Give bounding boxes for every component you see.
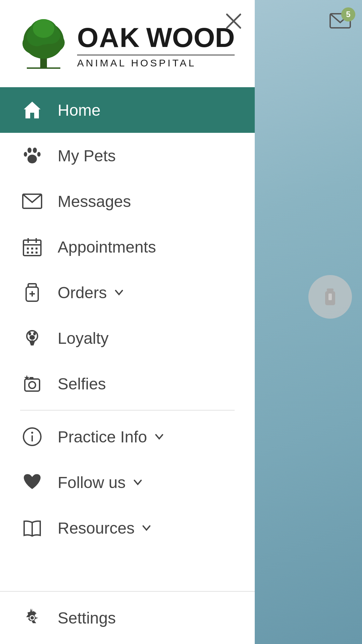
sidebar-item-home-label: Home [58,101,101,119]
svg-rect-30 [31,252,33,254]
close-button[interactable] [222,9,245,33]
svg-rect-28 [36,248,38,250]
sidebar-item-messages[interactable]: Messages [0,178,255,224]
svg-rect-29 [27,252,29,254]
calendar-icon [20,235,44,259]
follow-us-chevron [132,477,143,488]
svg-point-16 [27,148,32,153]
book-icon [20,516,44,540]
sidebar-item-resources[interactable]: Resources [0,505,255,551]
logo-text: OAK WOOD ANIMAL HOSPITAL [77,22,235,69]
sidebar-item-resources-label: Resources [58,519,134,537]
home-icon [20,98,44,122]
svg-point-14 [33,19,54,38]
practice-info-chevron [154,431,165,442]
logo-oak: OAK [77,24,140,51]
bottle-icon [20,280,44,305]
notification-area: 5 [255,0,362,40]
nav-menu: Home My Pets [0,87,255,591]
envelope-icon [20,189,44,213]
sidebar-settings-label: Settings [58,609,116,627]
svg-rect-31 [36,252,38,254]
sidebar-item-my-pets[interactable]: My Pets [0,133,255,178]
svg-marker-15 [24,102,41,118]
mail-icon-wrapper[interactable]: 5 [325,7,355,34]
logo-animal-hospital: ANIMAL HOSPITAL [77,55,235,69]
sidebar-item-messages-label: Messages [58,192,131,211]
sidebar-item-orders[interactable]: Orders [0,270,255,315]
resources-chevron [141,523,152,533]
logo-tree-icon [17,18,70,72]
svg-rect-3 [328,293,332,300]
svg-rect-42 [25,379,40,391]
sidebar-item-home[interactable]: Home [0,87,255,133]
svg-rect-44 [29,377,34,380]
svg-point-20 [27,155,37,163]
svg-point-37 [28,332,31,335]
sidebar-item-follow-us-label: Follow us [58,473,126,492]
svg-point-39 [29,335,35,340]
logo-wood: WOOD [146,22,235,53]
svg-point-17 [33,148,37,153]
sidebar-item-orders-label: Orders [58,283,107,302]
sidebar-item-loyalty[interactable]: Loyalty [0,315,255,361]
camera-icon [20,372,44,396]
sidebar-item-selfies-label: Selfies [58,375,106,393]
svg-point-18 [24,152,27,157]
bottle-bg-icon [320,287,340,307]
svg-point-43 [29,382,36,388]
paw-icon [20,144,44,168]
sidebar-item-practice-info[interactable]: Practice Info [0,414,255,460]
bg-circle-element [308,275,352,319]
svg-rect-27 [31,248,33,250]
gear-icon [20,606,44,630]
svg-rect-1 [327,288,334,291]
orders-chevron [114,287,124,298]
svg-point-47 [31,432,33,434]
sidebar-item-appointments-label: Appointments [58,238,156,256]
sidebar-item-follow-us[interactable]: Follow us [0,460,255,505]
notification-badge: 5 [341,7,355,21]
sidebar-item-practice-info-label: Practice Info [58,428,147,446]
sidebar-item-selfies[interactable]: Selfies [0,361,255,407]
svg-point-51 [31,616,34,620]
info-icon [20,425,44,449]
sidebar-item-settings[interactable]: Settings [0,591,255,644]
svg-point-19 [37,152,41,157]
nav-divider [20,410,235,411]
logo-area: OAK WOOD ANIMAL HOSPITAL [0,0,255,87]
loyalty-icon [20,326,44,350]
navigation-drawer: OAK WOOD ANIMAL HOSPITAL Home [0,0,255,644]
svg-point-38 [33,332,36,335]
heart-icon [20,470,44,494]
svg-rect-26 [27,248,29,250]
nav-spacer [0,551,255,591]
sidebar-item-loyalty-label: Loyalty [58,329,109,347]
sidebar-item-my-pets-label: My Pets [58,147,116,165]
sidebar-item-appointments[interactable]: Appointments [0,224,255,270]
